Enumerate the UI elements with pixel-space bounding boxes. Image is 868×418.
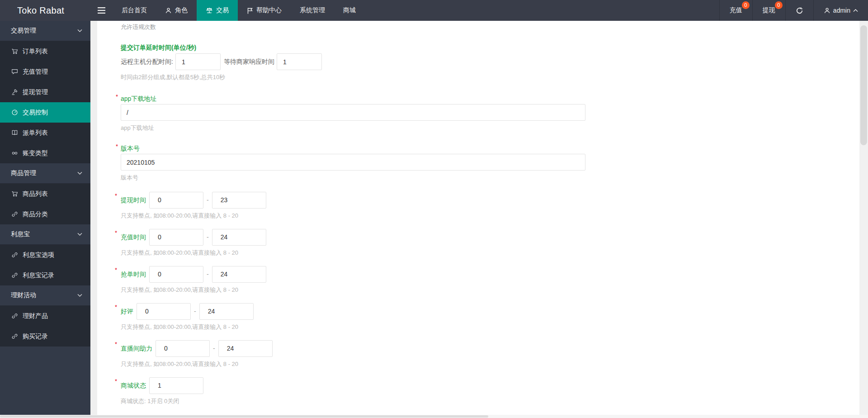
- username: admin: [833, 7, 850, 14]
- horizontal-scrollbar-thumb[interactable]: [0, 415, 488, 418]
- grab-order-time-from-input[interactable]: [149, 266, 203, 283]
- tab-help-center[interactable]: 帮助中心: [238, 0, 291, 21]
- item-label: 提现管理: [23, 88, 48, 96]
- group-label: 理财活动: [11, 291, 36, 299]
- range-dash: -: [207, 196, 209, 204]
- tab-dashboard[interactable]: 后台首页: [113, 0, 156, 21]
- withdraw-time-row: * 提现时间 -: [121, 191, 859, 209]
- infinity-icon: [11, 150, 18, 157]
- sidebar-group-finance-activity[interactable]: 理财活动: [0, 285, 90, 306]
- app-url-input[interactable]: [121, 104, 585, 121]
- live-room-boost-from-input[interactable]: [156, 340, 210, 357]
- recharge-button[interactable]: 充值 0: [719, 0, 752, 21]
- group-label: 利息宝: [11, 230, 30, 238]
- recharge-time-to-input[interactable]: [212, 229, 266, 246]
- field-help: 只支持整点, 如08:00-20:00,请直接输入 8 - 20: [121, 286, 859, 294]
- sidebar-item-goods-list[interactable]: 商品列表: [0, 184, 90, 204]
- section-title: 提交订单延时时间(单位/秒): [121, 44, 859, 52]
- menu-toggle-button[interactable]: [90, 0, 113, 21]
- sidebar-group-goods-mgmt[interactable]: 商品管理: [0, 163, 90, 184]
- book-icon: [11, 129, 18, 136]
- sidebar-item-account-change-type[interactable]: 账变类型: [0, 143, 90, 163]
- item-label: 购买记录: [23, 332, 48, 341]
- gauge-icon: [11, 109, 18, 116]
- sidebar-group-interest-treasure[interactable]: 利息宝: [0, 224, 90, 245]
- recharge-label: 充值: [730, 6, 742, 14]
- remote-host-allot-input[interactable]: [175, 53, 221, 70]
- item-label: 交易控制: [23, 109, 48, 117]
- link-icon: [11, 272, 18, 279]
- sidebar-item-withdraw-mgmt[interactable]: 提现管理: [0, 82, 90, 102]
- good-review-from-input[interactable]: [137, 303, 191, 320]
- group-label: 交易管理: [11, 27, 36, 35]
- person-icon: [824, 7, 830, 14]
- tab-roles[interactable]: 角色: [156, 0, 197, 21]
- remote-host-allot-label: 远程主机分配时间:: [121, 58, 173, 66]
- tab-trade[interactable]: 交易: [197, 0, 238, 21]
- item-label: 充值管理: [23, 68, 48, 76]
- tab-system-mgmt[interactable]: 系统管理: [291, 0, 334, 21]
- sidebar-item-order-list[interactable]: 订单列表: [0, 41, 90, 62]
- required-asterisk: *: [116, 93, 118, 101]
- item-label: 商品分类: [23, 210, 48, 218]
- refresh-button[interactable]: [785, 0, 813, 21]
- tab-mall[interactable]: 商城: [334, 0, 365, 21]
- field-help: 只支持整点, 如08:00-20:00,请直接输入 8 - 20: [121, 212, 859, 219]
- live-room-boost-label: 直播间助力: [121, 340, 152, 357]
- recharge-time-from-input[interactable]: [149, 229, 203, 246]
- link-icon: [11, 252, 18, 258]
- cart-icon: [11, 190, 18, 197]
- required-asterisk: *: [115, 341, 117, 347]
- mall-status-input[interactable]: [149, 377, 203, 394]
- live-room-boost-to-input[interactable]: [218, 340, 273, 357]
- sidebar-item-purchase-records[interactable]: 购买记录: [0, 326, 90, 347]
- range-dash: -: [207, 233, 209, 241]
- withdraw-time-from-input[interactable]: [149, 192, 203, 209]
- sidebar-item-trade-control[interactable]: 交易控制: [0, 102, 90, 123]
- item-label: 利息宝选项: [23, 251, 54, 259]
- withdraw-button[interactable]: 提现 0: [752, 0, 785, 21]
- sidebar-item-goods-category[interactable]: 商品分类: [0, 204, 90, 224]
- item-label: 订单列表: [23, 48, 48, 56]
- tab-label: 商城: [343, 6, 356, 14]
- user-menu[interactable]: admin: [813, 0, 868, 21]
- settings-form-card: 允许违规次数 提交订单延时时间(单位/秒) 远程主机分配时间: 等待商家响应时间…: [97, 21, 859, 418]
- app-logo: Toko Rabat: [0, 0, 90, 21]
- flag-icon: [247, 7, 253, 14]
- sidebar-item-interest-options[interactable]: 利息宝选项: [0, 245, 90, 265]
- item-label: 账变类型: [23, 149, 48, 157]
- topbar-right: 充值 0 提现 0 admin: [719, 0, 868, 21]
- range-dash: -: [194, 308, 196, 315]
- good-review-to-input[interactable]: [199, 303, 254, 320]
- version-input[interactable]: [121, 154, 585, 171]
- vertical-scrollbar[interactable]: [859, 21, 868, 418]
- sidebar-item-dispatch-list[interactable]: 派单列表: [0, 123, 90, 143]
- chevron-down-icon: [77, 233, 82, 236]
- link-icon: [11, 211, 18, 218]
- link-icon: [11, 333, 18, 340]
- merchant-response-input[interactable]: [277, 53, 322, 70]
- horizontal-scrollbar[interactable]: [0, 415, 868, 418]
- sidebar-item-interest-records[interactable]: 利息宝记录: [0, 265, 90, 285]
- required-asterisk: *: [116, 142, 118, 151]
- grab-order-time-to-input[interactable]: [212, 266, 266, 283]
- app-url-label-row: * app下载地址: [121, 95, 859, 103]
- range-dash: -: [213, 345, 215, 352]
- link-icon: [11, 313, 18, 319]
- refresh-icon: [796, 7, 803, 14]
- merchant-response-label: 等待商家响应时间: [224, 58, 274, 66]
- withdraw-time-to-input[interactable]: [212, 192, 266, 209]
- tab-label: 角色: [175, 6, 188, 14]
- field-help: 只支持整点, 如08:00-20:00,请直接输入 8 - 20: [121, 361, 859, 368]
- sidebar-group-trade-mgmt[interactable]: 交易管理: [0, 21, 90, 41]
- field-help: 只支持整点, 如08:00-20:00,请直接输入 8 - 20: [121, 249, 859, 256]
- scale-icon: [206, 7, 213, 14]
- item-label: 商品列表: [23, 190, 48, 198]
- group-label: 商品管理: [11, 169, 36, 177]
- required-asterisk: *: [115, 266, 117, 273]
- sidebar-item-recharge-mgmt[interactable]: 充值管理: [0, 62, 90, 82]
- sidebar-item-finance-products[interactable]: 理财产品: [0, 306, 90, 326]
- field-help: 商城状态: 1开启 0关闭: [121, 398, 859, 405]
- vertical-scrollbar-thumb[interactable]: [860, 25, 867, 145]
- good-review-row: * 好评 -: [121, 303, 859, 320]
